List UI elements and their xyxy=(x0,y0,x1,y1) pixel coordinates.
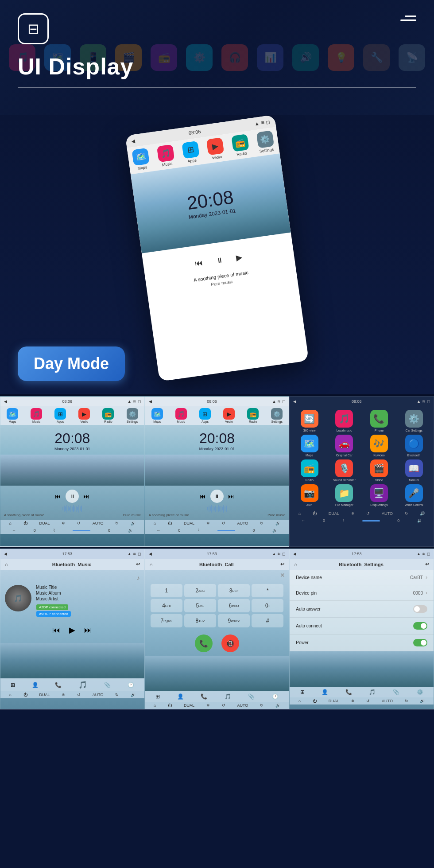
auto-answer-toggle[interactable] xyxy=(413,605,427,613)
home-icon[interactable]: ⌂ xyxy=(298,511,301,516)
home-icon[interactable]: ⌂ xyxy=(150,562,153,567)
ac-icon[interactable]: ❄ xyxy=(351,699,355,703)
app-carsettings[interactable]: ⚙️ Car Settings xyxy=(398,410,430,432)
app-manual[interactable]: 📖 Manual xyxy=(398,459,430,482)
refresh-icon[interactable]: ↻ xyxy=(405,511,408,516)
home-icon[interactable]: ⌂ xyxy=(9,693,11,697)
app-video[interactable]: 🎬 Video xyxy=(363,459,395,482)
phone-icon[interactable]: 📞 xyxy=(201,693,207,700)
grid-icon[interactable]: ⊞ xyxy=(300,689,305,695)
phone-icon[interactable]: 📞 xyxy=(345,689,352,695)
ac-icon[interactable]: ❄ xyxy=(206,703,210,708)
app-voicecontrol[interactable]: 🎤 Voice Control xyxy=(398,484,430,506)
menu-button[interactable] xyxy=(400,16,416,21)
ac-icon[interactable]: ❄ xyxy=(206,521,210,525)
nav-app-radio[interactable]: 📻 Radio xyxy=(231,134,250,157)
p-nav-music[interactable]: 🎵 Music xyxy=(31,408,42,423)
answer-call-button[interactable]: 📞 xyxy=(195,634,213,652)
back-icon[interactable]: ◀ xyxy=(4,552,7,556)
p-nav-vedio[interactable]: ▶ Vedio xyxy=(78,408,90,423)
power-icon[interactable]: ⏻ xyxy=(313,699,317,703)
volume-icon[interactable]: 🔊 xyxy=(275,703,280,708)
power-icon[interactable]: ⏻ xyxy=(23,521,27,525)
refresh-icon[interactable]: ↻ xyxy=(260,703,264,708)
prev-icon[interactable]: ⏮ xyxy=(55,493,61,500)
dial-6[interactable]: 6MNO xyxy=(218,599,250,612)
grid-icon[interactable]: ⊞ xyxy=(155,693,160,700)
clip-icon[interactable]: 📎 xyxy=(393,689,399,695)
refresh-icon[interactable]: ↻ xyxy=(115,693,119,697)
repeat-icon[interactable]: ↺ xyxy=(222,521,225,525)
clock-icon[interactable]: 🕐 xyxy=(128,682,134,688)
back-icon[interactable]: ← xyxy=(12,528,16,533)
app-360view[interactable]: 🔄 360 view xyxy=(293,410,326,432)
volume-icon[interactable]: 🔊 xyxy=(131,521,136,525)
ac-icon[interactable]: ❄ xyxy=(62,521,65,525)
power-icon[interactable]: ⏻ xyxy=(313,511,317,516)
dial-1[interactable]: 1 xyxy=(151,584,182,597)
p-nav-radio[interactable]: 📻 Radio xyxy=(102,408,114,423)
prev-btn[interactable]: ⏮ xyxy=(52,626,60,635)
home-icon[interactable]: ⌂ xyxy=(154,521,156,525)
volume-icon[interactable]: 🔊 xyxy=(420,511,425,516)
play-pause-button[interactable]: ⏸ xyxy=(66,490,79,503)
prev-icon[interactable]: ⏮ xyxy=(200,493,206,500)
phone-icon[interactable]: 📞 xyxy=(55,682,62,688)
p-nav-maps[interactable]: 🗺️ Maps xyxy=(151,408,163,423)
dial-8[interactable]: 8TUV xyxy=(184,614,216,627)
back-icon[interactable]: ◀ xyxy=(293,399,296,404)
app-avin[interactable]: 📷 Avin xyxy=(293,484,326,506)
grid-icon[interactable]: ⊞ xyxy=(11,682,15,688)
play-pause-button[interactable]: ⏸ xyxy=(210,490,224,503)
app-maps[interactable]: 🗺️ Maps xyxy=(293,435,326,457)
dial-4[interactable]: 4GHI xyxy=(151,599,182,612)
app-localmusic[interactable]: 🎵 Localmusic xyxy=(328,410,360,432)
power-icon[interactable]: ⏻ xyxy=(168,521,172,525)
play-pause-button[interactable]: ⏸ xyxy=(209,249,231,272)
app-kuwooo[interactable]: 🎶 Kuwooo xyxy=(363,435,395,457)
dial-7[interactable]: 7PQRS xyxy=(151,614,182,627)
user-icon[interactable]: 👤 xyxy=(177,693,184,700)
volume-icon[interactable]: 🔊 xyxy=(275,521,280,525)
back-icon[interactable]: ← xyxy=(301,518,305,523)
p-nav-vedio[interactable]: ▶ Vedio xyxy=(223,408,235,423)
auto-connect-toggle[interactable] xyxy=(413,622,427,630)
user-icon[interactable]: 👤 xyxy=(322,689,328,695)
p-nav-music[interactable]: 🎵 Music xyxy=(175,408,187,423)
music-active-icon[interactable]: 🎵 xyxy=(78,681,87,689)
app-radio[interactable]: 📻 Radio xyxy=(293,459,326,482)
app-originalcar[interactable]: 🚗 Original Car xyxy=(328,435,360,457)
dial-5[interactable]: 5JKL xyxy=(184,599,216,612)
home-icon[interactable]: ⌂ xyxy=(5,562,8,567)
back-btn[interactable]: ↩ xyxy=(280,561,284,567)
next-btn[interactable]: ⏭ xyxy=(84,626,92,635)
slider[interactable] xyxy=(217,530,235,531)
ac-icon[interactable]: ❄ xyxy=(351,511,355,516)
dial-0[interactable]: 0- xyxy=(252,599,283,612)
repeat-icon[interactable]: ↺ xyxy=(366,699,370,703)
prev-icon[interactable]: ⏮ xyxy=(194,258,204,268)
refresh-icon[interactable]: ↻ xyxy=(405,699,408,703)
back-icon[interactable]: ◀ xyxy=(4,399,7,404)
next-icon[interactable]: ⏭ xyxy=(228,493,234,500)
app-phone[interactable]: 📞 Phone xyxy=(363,410,395,432)
app-filemanager[interactable]: 📁 File Manager xyxy=(328,484,360,506)
power-toggle[interactable] xyxy=(413,639,427,646)
vol-icon[interactable]: 🔉 xyxy=(128,528,133,533)
home-icon[interactable]: ⌂ xyxy=(298,699,301,703)
slider[interactable] xyxy=(73,530,90,531)
dial-9[interactable]: 9WXYZ xyxy=(218,614,250,627)
end-call-button[interactable]: 📵 xyxy=(221,634,239,652)
clip-icon[interactable]: 📎 xyxy=(104,682,111,688)
back-icon[interactable]: ◀ xyxy=(293,552,296,556)
nav-app-music[interactable]: 🎵 Music xyxy=(157,144,175,168)
repeat-icon[interactable]: ↺ xyxy=(77,521,81,525)
home-icon[interactable]: ⌂ xyxy=(9,521,11,525)
dial-star[interactable]: * xyxy=(252,584,283,597)
p-nav-radio[interactable]: 📻 Radio xyxy=(247,408,259,423)
nav-app-maps[interactable]: 🗺️ Maps xyxy=(132,148,151,171)
dial-2[interactable]: 2ABC xyxy=(184,584,216,597)
dial-hash[interactable]: # xyxy=(252,614,283,627)
back-icon[interactable]: ◀ xyxy=(149,552,152,556)
nav-app-settings[interactable]: ⚙️ Settings xyxy=(256,130,275,154)
